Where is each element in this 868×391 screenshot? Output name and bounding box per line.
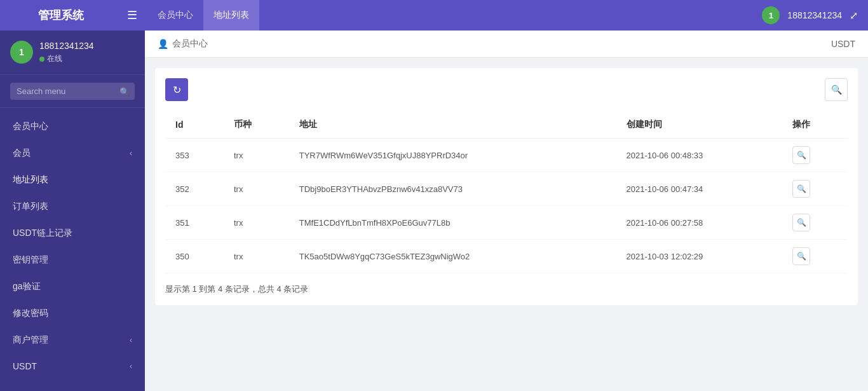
search-button[interactable]: 🔍 <box>825 78 848 101</box>
row-search-button[interactable]: 🔍 <box>792 214 810 231</box>
col-created-at: 创建时间 <box>616 111 783 139</box>
breadcrumb-text: 会员中心 <box>172 38 208 50</box>
table-row: 352 trx TDbj9boER3YTHAbvzPBznw6v41xza8VV… <box>165 172 848 206</box>
breadcrumb-right-label: USDT <box>831 39 855 49</box>
row-search-button[interactable]: 🔍 <box>792 180 810 198</box>
cell-id: 353 <box>165 139 224 172</box>
col-action: 操作 <box>782 111 848 139</box>
chevron-right-icon: ‹ <box>130 336 132 345</box>
cell-action: 🔍 <box>782 206 848 240</box>
cell-action: 🔍 <box>782 172 848 206</box>
cell-currency: trx <box>224 206 289 240</box>
cell-currency: trx <box>224 139 289 172</box>
cell-created-at: 2021-10-06 00:47:34 <box>616 172 783 206</box>
content-card: ↻ 🔍 Id 币种 地址 创建时间 操作 <box>155 68 858 305</box>
avatar: 1 <box>762 6 780 24</box>
cell-id: 351 <box>165 206 224 240</box>
table-row: 353 trx TYR7WfRWm6WeV351GfqjxUJ88YPRrD34… <box>165 139 848 172</box>
sidebar-item-order-list[interactable]: 订单列表 <box>0 193 145 220</box>
user-icon: 👤 <box>158 39 168 49</box>
sidebar-item-usdt-chain[interactable]: USDT链上记录 <box>0 220 145 247</box>
sidebar-menu: 会员中心 会员 ‹ 地址列表 订单列表 USDT <box>0 108 145 391</box>
refresh-button[interactable]: ↻ <box>165 78 188 101</box>
cell-address: TYR7WfRWm6WeV351GfqjxUJ88YPRrD34or <box>289 139 616 172</box>
content-area: ↻ 🔍 Id 币种 地址 创建时间 操作 <box>145 58 868 391</box>
toolbar: ↻ 🔍 <box>165 78 848 101</box>
sidebar-item-change-password[interactable]: 修改密码 <box>0 300 145 327</box>
col-id: Id <box>165 111 224 139</box>
sidebar-user-info: 1 18812341234 在线 <box>0 31 145 75</box>
cell-address: TK5ao5tDWw8YgqC73GeS5kTEZ3gwNigWo2 <box>289 240 616 273</box>
col-address: 地址 <box>289 111 616 139</box>
layout: 1 18812341234 在线 🔍 会员中心 <box>0 31 868 391</box>
sidebar-username: 18812341234 <box>39 41 94 51</box>
cell-action: 🔍 <box>782 139 848 172</box>
sidebar-item-label: 会员中心 <box>13 121 48 132</box>
sidebar-avatar: 1 <box>10 41 33 64</box>
chevron-right-icon-2: ‹ <box>130 362 132 371</box>
sidebar-item-usdt[interactable]: USDT ‹ <box>0 353 145 379</box>
main-content: 👤 会员中心 USDT ↻ 🔍 Id 币种 <box>145 31 868 391</box>
sidebar-item-label: USDT <box>13 361 37 371</box>
hamburger-icon[interactable]: ☰ <box>127 8 137 22</box>
pagination-info: 显示第 1 到第 4 条记录，总共 4 条记录 <box>165 284 848 295</box>
cell-id: 350 <box>165 240 224 273</box>
sidebar-item-label: 修改密码 <box>13 308 48 319</box>
cell-created-at: 2021-10-06 00:48:33 <box>616 139 783 172</box>
sidebar-search-area: 🔍 <box>0 75 145 108</box>
sidebar-item-merchant-mgmt[interactable]: 商户管理 ‹ <box>0 327 145 353</box>
top-nav-links: 会员中心 地址列表 <box>147 0 259 31</box>
nav-link-member-center[interactable]: 会员中心 <box>147 0 203 31</box>
sidebar-item-label: ga验证 <box>13 281 41 292</box>
sidebar-item-label: USDT链上记录 <box>13 228 72 239</box>
row-search-button[interactable]: 🔍 <box>792 146 810 164</box>
row-search-button[interactable]: 🔍 <box>792 247 810 265</box>
cell-created-at: 2021-10-03 12:02:29 <box>616 240 783 273</box>
breadcrumb: 👤 会员中心 USDT <box>145 31 868 58</box>
cell-id: 352 <box>165 172 224 206</box>
search-input[interactable] <box>10 83 135 100</box>
sidebar-item-label: 密钥管理 <box>13 254 48 266</box>
chevron-down-icon: ‹ <box>130 149 132 158</box>
sidebar: 1 18812341234 在线 🔍 会员中心 <box>0 31 145 391</box>
col-currency: 币种 <box>224 111 289 139</box>
sidebar-item-member-center[interactable]: 会员中心 <box>0 113 145 140</box>
cell-currency: trx <box>224 240 289 273</box>
cell-address: TMfE1CDdYfLbnTmfH8XPoE6Guv77L8b <box>289 206 616 240</box>
brand-title: 管理系统 <box>10 8 112 23</box>
sidebar-item-label: 商户管理 <box>13 334 48 346</box>
expand-icon[interactable]: ⤢ <box>850 10 858 22</box>
table-row: 350 trx TK5ao5tDWw8YgqC73GeS5kTEZ3gwNigW… <box>165 240 848 273</box>
cell-created-at: 2021-10-06 00:27:58 <box>616 206 783 240</box>
top-nav: 管理系统 ☰ 会员中心 地址列表 1 18812341234 ⤢ <box>0 0 868 31</box>
cell-action: 🔍 <box>782 240 848 273</box>
data-table: Id 币种 地址 创建时间 操作 353 trx TYR7WfRWm6WeV35… <box>165 111 848 273</box>
sidebar-item-key-mgmt[interactable]: 密钥管理 <box>0 247 145 273</box>
search-icon: 🔍 <box>119 86 130 96</box>
cell-currency: trx <box>224 172 289 206</box>
table-header-row: Id 币种 地址 创建时间 操作 <box>165 111 848 139</box>
cell-address: TDbj9boER3YTHAbvzPBznw6v41xza8VV73 <box>289 172 616 206</box>
sidebar-item-label: 地址列表 <box>13 174 48 186</box>
nav-link-address-list[interactable]: 地址列表 <box>203 0 259 31</box>
sidebar-item-label: 订单列表 <box>13 201 48 212</box>
top-nav-right: 1 18812341234 ⤢ <box>762 6 858 24</box>
status-dot-icon <box>39 57 44 62</box>
sidebar-item-member[interactable]: 会员 ‹ <box>0 140 145 167</box>
sidebar-status: 在线 <box>39 53 94 64</box>
top-nav-username: 18812341234 <box>787 10 842 20</box>
sidebar-item-label: 会员 <box>13 147 31 159</box>
sidebar-item-address-list[interactable]: 地址列表 <box>0 167 145 193</box>
sidebar-item-ga-auth[interactable]: ga验证 <box>0 273 145 300</box>
table-row: 351 trx TMfE1CDdYfLbnTmfH8XPoE6Guv77L8b … <box>165 206 848 240</box>
